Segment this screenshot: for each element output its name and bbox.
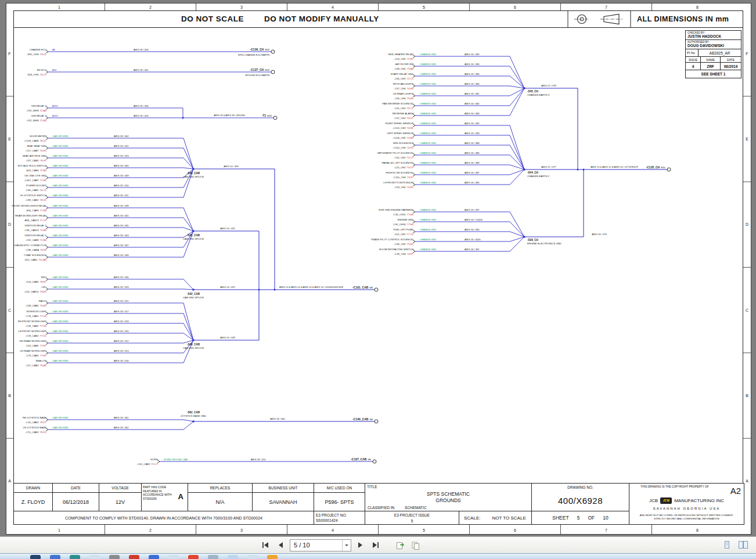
wire-gauge-label: AWG 18 / 447 <box>114 244 129 247</box>
dimensions-note: ALL DIMENSIONS IN mm <box>637 15 729 23</box>
ground-net-tag: CHASSIS GND <box>420 122 436 125</box>
component-name: IMPLEMENT PILOT SOLENOID <box>377 152 413 154</box>
taskbar-app-icon-app-8[interactable] <box>168 555 179 559</box>
e3-project-no-value: SS00001424 <box>316 518 363 523</box>
duplicate-view-icon <box>411 541 420 550</box>
grid-column-label: 8 <box>696 5 699 9</box>
classified-in-label: CLASSIFIED IN <box>368 506 394 510</box>
single-page-view-button[interactable] <box>720 539 734 551</box>
earth-terminal <box>667 168 671 171</box>
mc-used-on-value: P596- SPTS <box>314 493 365 511</box>
component-name: AIR FILTER SW <box>395 63 414 66</box>
drawing-no-label: DRAWING NO. <box>532 484 629 492</box>
taskbar-app-icon-app-4[interactable] <box>89 555 100 559</box>
taskbar-app-icon-app-5[interactable] <box>109 555 120 559</box>
replaces-value: N/A <box>188 493 252 511</box>
component-ref: -C447_CAB777.E6 <box>24 179 46 182</box>
drawing-title-line1: SPTS SCHEMATIC <box>365 491 531 497</box>
wire-gauge-label: AWG 18 / 413 <box>114 349 129 352</box>
taskbar-app-icon-app-9[interactable] <box>188 555 199 559</box>
ground-net-tag: CHASSIS GND <box>420 208 436 211</box>
component-name: IGNITION RELAY 1 <box>24 234 46 237</box>
grid-row-label: D <box>746 222 748 226</box>
part-code-cell: PART HAS CODE FEATURES IN ACCORDANCE WIT… <box>142 484 188 511</box>
taskbar-app-icon-app-6[interactable] <box>129 555 139 559</box>
wire-gauge-label: AWG 18 / 443 <box>114 234 129 237</box>
ground-net-tag: CHASSIS GND <box>420 181 436 184</box>
taskbar-app-icon-app-13[interactable] <box>267 555 278 559</box>
earth-terminal <box>373 460 376 463</box>
ground-net-tag: CAB GROUND <box>52 330 69 333</box>
component-ref: -C57_CAB276.A1 <box>26 364 47 367</box>
component-ref: -C100_CH274.F1 <box>393 146 413 149</box>
last-page-button[interactable] <box>369 539 383 551</box>
component-name: RH FRONT WORKLIGHT <box>18 320 47 323</box>
component-ref: -S12_CAB5710.A4 <box>24 258 47 261</box>
taskbar-app-icon-app-2[interactable] <box>50 555 60 559</box>
component-name: EXT AUX HOLD SWITCH <box>18 164 46 167</box>
taskbar-app-icon-app-1[interactable] <box>30 555 41 559</box>
ground-net-tag: CHASSIS GND <box>420 73 436 75</box>
wire-gauge-label: AWG 18 / 441 <box>114 214 129 217</box>
ground-net-tag: CHASSIS GND <box>420 112 436 115</box>
next-page-icon <box>356 542 364 549</box>
pi-no-value: AB3925_AR <box>699 51 741 55</box>
wire-gauge-label: AWG 18 / 409 <box>114 174 129 177</box>
component-name: DIAGNOSTIC CONNECTOR <box>14 244 46 247</box>
last-page-icon <box>372 542 380 549</box>
open-in-new-window-button[interactable] <box>393 539 407 551</box>
taskbar-app-icon-app-12[interactable] <box>247 555 258 559</box>
page-number-select[interactable]: 5 / 10 <box>290 539 351 551</box>
ground-net-tag: CHASSIS GND <box>420 218 436 221</box>
wire-gauge-label: AWG 18 / 410 <box>114 184 129 187</box>
drawing-sheet <box>6 3 751 535</box>
pin-tag: A50 <box>52 68 57 71</box>
component-ref: -C02_CH277.C4 <box>394 233 413 236</box>
e3-project-issue-label: E3 PROJECT ISSUE <box>365 513 459 518</box>
classified-in-value: SCHEMATIC <box>405 506 427 510</box>
open-in-new-window-icon <box>395 541 405 550</box>
grid-column-label: 4 <box>332 528 334 532</box>
component-name: START RELAY GND <box>391 73 413 75</box>
component-name: INTERIOR LIGHT <box>27 310 47 313</box>
taskbar-app-icon-app-11[interactable] <box>228 555 238 559</box>
component-ref: -C36_CH1177.E4 <box>393 213 413 216</box>
wire-gauge-label: AWG 16 / 489 <box>465 161 480 164</box>
schematic-canvas: 1122334455667788FFEEDDCCBBAACHASSIS ECU-… <box>0 0 756 535</box>
ground-net-tag: CAB GROUND <box>52 320 69 323</box>
wire-gauge-label: AWG 16 / 493 <box>465 132 480 135</box>
next-page-button[interactable] <box>353 539 367 551</box>
ground-net-tag: CAB GROUND <box>52 254 69 257</box>
scale-cell: SCALE: NOT TO SCALE <box>459 511 532 524</box>
ground-net-tag: CAB GROUND <box>52 224 69 227</box>
terminal-ref: -C137_CHM18 <box>250 68 270 71</box>
wire-gauge-label: AWG 16 / 491 <box>465 248 480 251</box>
e3-project-no-cell: E3 PROJECT NO. SS00001424 <box>314 511 365 524</box>
first-page-button[interactable] <box>258 539 272 551</box>
ground-net-tag: CAB GROUND <box>52 286 69 288</box>
ground-net-tag: CAB GROUND <box>52 184 69 187</box>
taskbar-app-icon-app-10[interactable] <box>208 555 218 559</box>
component-ref: -C37_CH474.E4 <box>394 87 413 90</box>
wire-gauge-label: AWG 12 / 478 <box>541 84 556 87</box>
wire-gauge-label: AWG 14 / 428 <box>220 336 235 339</box>
title-label: TITLE <box>367 485 377 489</box>
taskbar-app-icon-app-3[interactable] <box>70 555 80 559</box>
wire-gauge-label: AWG 16 / 488 <box>465 142 480 145</box>
terminal-name: EP05 CHASSIS ECU EARTH <box>238 53 269 56</box>
previous-page-button[interactable] <box>274 539 288 551</box>
component-name: EH ECU <box>37 68 46 71</box>
facing-pages-view-button[interactable] <box>736 539 750 551</box>
duplicate-view-button[interactable] <box>409 539 423 551</box>
approval-block: CHECKED BY: JUSTIN HADDOCK AUTHORISED BY… <box>685 30 741 78</box>
splice-ref: -S44_CH <box>527 171 539 174</box>
wire-gauge-label: AWG 18 / 400 <box>114 164 129 167</box>
splice-ref: -S42_CAB <box>187 293 200 295</box>
taskbar-app-icon-app-7[interactable] <box>149 555 159 559</box>
component-name: RIGHT SPEED SENSOR <box>386 122 413 125</box>
wire-gauge-label: AWG 18 / 462 <box>114 426 129 429</box>
ground-net-tag: CHASSIS GND <box>420 63 436 66</box>
ground-net-tag: HORN GROUND CAB <box>164 458 188 461</box>
wire-gauge-label: AWG 16 / 497 <box>465 208 480 211</box>
wire-junction <box>577 169 579 171</box>
